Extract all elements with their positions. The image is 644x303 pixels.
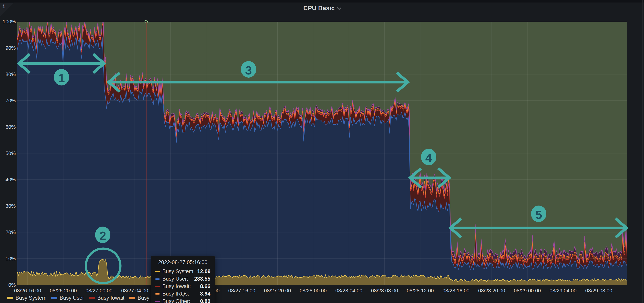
grafana-cpu-basic-panel: { "header": { "title": "CPU Basic", "che… bbox=[0, 0, 644, 303]
tooltip: 2022-08-27 05:16:00 Busy System:12.09Bus… bbox=[151, 256, 215, 303]
y-axis-label: 40% bbox=[0, 177, 16, 182]
legend-swatch-icon bbox=[89, 297, 95, 299]
tooltip-series-label: Busy Other: bbox=[162, 299, 198, 303]
tooltip-series-label: Busy System: bbox=[162, 269, 195, 274]
panel-right-divider bbox=[642, 0, 643, 303]
x-axis-label: 08/26 16:00 bbox=[14, 288, 41, 294]
legend-item-busy-user[interactable]: Busy User bbox=[51, 295, 84, 301]
x-axis-label: 08/28 16:00 bbox=[442, 288, 469, 294]
legend-label: Busy Iowait bbox=[97, 295, 124, 301]
tooltip-series-swatch-icon bbox=[155, 301, 160, 302]
y-axis-label: 90% bbox=[0, 45, 16, 51]
y-axis-label: 80% bbox=[0, 71, 16, 77]
y-axis-label: 60% bbox=[0, 124, 16, 130]
x-axis-label: 08/27 20:00 bbox=[264, 288, 291, 294]
tooltip-series-value: 283.55 bbox=[194, 276, 210, 282]
tooltip-row: Busy Iowait:8.66 bbox=[155, 284, 210, 289]
tooltip-series-swatch-icon bbox=[155, 286, 160, 287]
tooltip-series-label: Busy Iowait: bbox=[162, 284, 198, 289]
y-axis-label: 10% bbox=[0, 256, 16, 262]
x-axis-label: 08/28 08:00 bbox=[371, 288, 398, 294]
y-axis-label: 30% bbox=[0, 203, 16, 209]
legend-swatch-icon bbox=[7, 297, 13, 299]
legend: Busy SystemBusy UserBusy IowaitBusy IRQs bbox=[7, 295, 163, 301]
tooltip-series-label: Busy IRQs: bbox=[162, 291, 198, 296]
x-axis-label: 08/29 04:00 bbox=[550, 288, 576, 294]
tooltip-series-value: 0.80 bbox=[200, 299, 210, 303]
legend-item-busy-iowait[interactable]: Busy Iowait bbox=[89, 295, 124, 301]
legend-item-busy-system[interactable]: Busy System bbox=[7, 295, 46, 301]
x-axis-label: 08/28 20:00 bbox=[478, 288, 505, 294]
y-axis-label: 50% bbox=[0, 150, 16, 156]
cpu-usage-chart: 12345 bbox=[0, 0, 644, 303]
legend-swatch-icon bbox=[51, 297, 57, 299]
x-axis-label: 08/26 20:00 bbox=[50, 288, 77, 294]
tooltip-series-value: 12.09 bbox=[197, 269, 210, 274]
tooltip-series-swatch-icon bbox=[155, 293, 160, 294]
plot-area[interactable] bbox=[17, 22, 627, 285]
x-axis-label: 08/28 00:00 bbox=[300, 288, 326, 294]
x-axis-label: 08/28 04:00 bbox=[335, 288, 362, 294]
x-axis-label: 08/27 16:00 bbox=[228, 288, 255, 294]
y-axis-label: 0% bbox=[0, 282, 16, 288]
x-axis-label: 08/27 04:00 bbox=[121, 288, 148, 294]
x-axis-label: 08/27 00:00 bbox=[86, 288, 112, 294]
x-axis-label: 08/29 08:00 bbox=[585, 288, 612, 294]
tooltip-row: Busy IRQs:3.94 bbox=[155, 291, 210, 296]
x-axis-label: 08/29 00:00 bbox=[514, 288, 541, 294]
tooltip-row: Busy System:12.09 bbox=[155, 269, 210, 274]
legend-label: Busy System bbox=[16, 295, 46, 301]
tooltip-series-swatch-icon bbox=[155, 278, 160, 280]
tooltip-series-value: 8.66 bbox=[200, 284, 210, 289]
tooltip-rows: Busy System:12.09Busy User:283.55Busy Io… bbox=[155, 269, 210, 303]
y-axis-label: 100% bbox=[0, 19, 16, 24]
tooltip-row: Busy Other:0.80 bbox=[155, 299, 210, 303]
tooltip-series-swatch-icon bbox=[155, 271, 160, 272]
legend-swatch-icon bbox=[129, 297, 135, 299]
y-axis-label: 20% bbox=[0, 229, 16, 235]
y-axis-label: 70% bbox=[0, 98, 16, 104]
x-axis-label: 08/28 12:00 bbox=[407, 288, 434, 294]
tooltip-series-label: Busy User: bbox=[162, 276, 192, 282]
tooltip-timestamp: 2022-08-27 05:16:00 bbox=[155, 260, 210, 266]
tooltip-row: Busy User:283.55 bbox=[155, 276, 210, 282]
legend-label: Busy User bbox=[60, 295, 84, 301]
tooltip-series-value: 3.94 bbox=[200, 291, 210, 296]
